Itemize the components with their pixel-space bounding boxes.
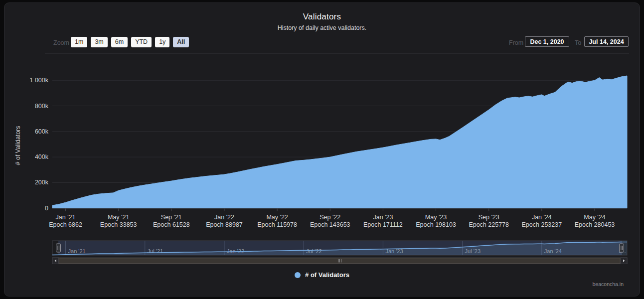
svg-text:0: 0 [45, 205, 48, 212]
scrollbar-right-arrow[interactable] [621, 258, 628, 264]
svg-text:200k: 200k [35, 179, 49, 186]
chart-canvas: 0200k400k600k800k1 000k Jan '21Epoch 686… [0, 0, 644, 299]
svg-text:Jan '21: Jan '21 [68, 248, 86, 254]
navigator-handle-right[interactable] [620, 244, 624, 252]
svg-text:May '24Epoch 280453: May '24Epoch 280453 [575, 214, 615, 228]
svg-text:Jan '24Epoch 253237: Jan '24Epoch 253237 [522, 214, 562, 228]
svg-text:May '21Epoch 33853: May '21Epoch 33853 [100, 214, 137, 228]
svg-text:Jan '22Epoch 88987: Jan '22Epoch 88987 [206, 214, 243, 228]
validators-chart-page: Validators History of daily active valid… [0, 0, 644, 299]
navigator-handle-left[interactable] [56, 244, 61, 252]
svg-text:Jan '23Epoch 171112: Jan '23Epoch 171112 [363, 214, 403, 228]
scrollbar-left-arrow[interactable] [52, 258, 59, 264]
legend-item-validators[interactable]: # of Validators [0, 271, 644, 279]
svg-text:Sep '23Epoch 225778: Sep '23Epoch 225778 [469, 214, 509, 228]
svg-text:1 000k: 1 000k [29, 77, 48, 84]
svg-text:Sep '22Epoch 143653: Sep '22Epoch 143653 [310, 214, 350, 228]
svg-text:Jan '21Epoch 6862: Jan '21Epoch 6862 [49, 214, 82, 228]
svg-text:Sep '21Epoch 61528: Sep '21Epoch 61528 [153, 214, 190, 228]
legend-marker-icon [295, 272, 301, 278]
y-axis-title: # of Validators [14, 126, 21, 165]
svg-text:May '22Epoch 115978: May '22Epoch 115978 [257, 214, 297, 228]
chart-plot-area[interactable] [52, 67, 627, 208]
credit-link[interactable]: beaconcha.in [524, 281, 624, 287]
axes: Jan '21Epoch 6862May '21Epoch 33853Sep '… [49, 208, 627, 228]
svg-text:800k: 800k [35, 103, 49, 110]
legend-label: # of Validators [305, 271, 349, 279]
navigator: Jan '21Jul '21Jan '22Jul '22Jan '23Jul '… [52, 241, 627, 255]
svg-text:400k: 400k [35, 153, 49, 160]
svg-text:May '23Epoch 198103: May '23Epoch 198103 [416, 214, 456, 228]
svg-text:600k: 600k [35, 128, 49, 135]
scrollbar [52, 258, 627, 264]
